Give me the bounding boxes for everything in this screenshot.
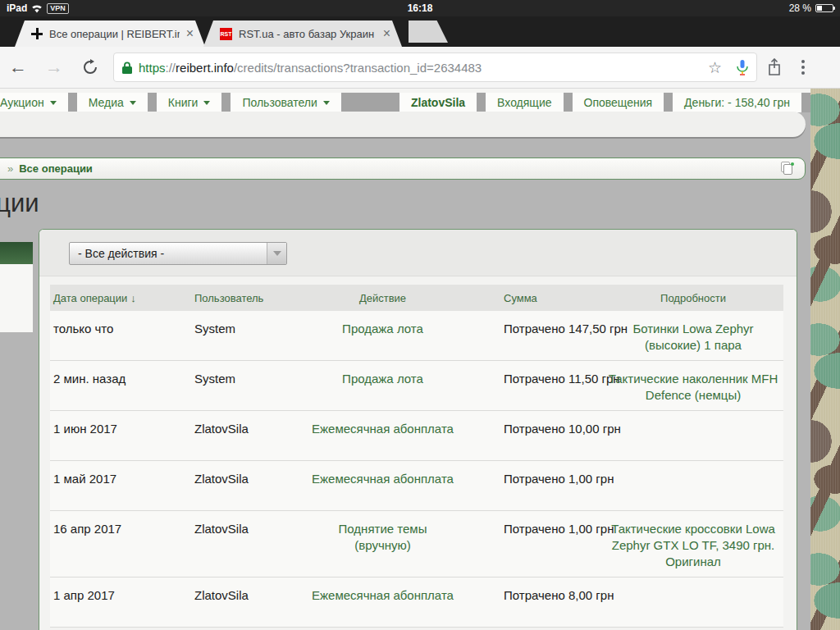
cell-action[interactable]: Поднятие темы (вручную) [311,511,454,570]
web-page: Аукцион Медиа Книги Пользователи ZlatovS… [0,89,810,630]
cell-user: ZlatovSila [191,411,311,454]
browser-tab-background[interactable]: RST RST.ua - авто базар Украин × [203,21,402,47]
breadcrumb-separator: » [7,162,13,175]
table-row: 1 май 2017ZlatovSilaЕжемесячная абонплат… [50,461,783,511]
cell-amount: Потрачено 11,50 грн [454,361,606,404]
breadcrumb-label[interactable]: Все операции [19,162,93,175]
lock-icon [122,62,132,74]
site-navigation: Аукцион Медиа Книги Пользователи ZlatovS… [0,93,810,112]
share-icon[interactable] [767,58,782,76]
cell-user: ZlatovSila [191,578,311,620]
cell-user: ZlatovSila [191,511,311,570]
filter-area: - Все действия - [39,230,797,276]
cell-date: 1 июн 2017 [50,411,191,454]
clock: 16:18 [0,2,840,14]
cell-details[interactable]: Ботинки Lowa Zephyr (высокие) 1 пара [606,311,783,354]
col-header-action[interactable]: Действие [311,292,454,304]
nav-item-books[interactable]: Книги [157,93,222,112]
cell-date: 2 мин. назад [50,361,191,404]
cell-user: ZlatovSila [191,461,311,504]
cell-date: только что [50,311,191,354]
nav-item-alerts[interactable]: Оповещения [573,93,664,112]
sidebar-fragment-header [0,242,33,264]
tab-title: RST.ua - авто базар Украин [239,28,374,40]
close-icon[interactable]: × [186,27,194,40]
col-header-details[interactable]: Подробности [606,292,783,304]
sidebar-fragment-body [0,264,33,332]
cell-action[interactable]: Ежемесячная абонплата [311,411,454,454]
forward-icon: → [36,57,72,78]
cell-details[interactable]: Тактические наколенник MFH Defence (немц… [606,361,783,404]
cell-date: 1 апр 2017 [50,578,191,620]
browser-tab-active[interactable]: Все операции | REIBERT.inf × [15,21,205,47]
table-row: 16 апр 2017ZlatovSilaПоднятие темы (вруч… [50,511,783,578]
address-bar[interactable]: https://reibert.info/credits/transaction… [113,52,757,82]
cell-action[interactable]: Ежемесячная абонплата [311,578,454,620]
tab-stub[interactable] [409,21,448,43]
breadcrumb: » Все операции [0,158,806,180]
col-header-user[interactable]: Пользователь [191,292,311,304]
battery-percent: 28 % [789,2,811,14]
close-icon[interactable]: × [383,27,390,40]
table-row: 2 мин. назадSystemПродажа лотаПотрачено … [50,361,783,411]
nav-item-inbox[interactable]: Входящие [486,93,563,112]
cell-details [606,411,783,454]
cell-action[interactable]: Продажа лота [311,361,454,404]
chevron-down-icon [50,101,57,105]
action-filter-select[interactable]: - Все действия - [69,242,287,265]
transactions-panel: - Все действия - Дата операции↓ Пользова… [39,229,797,630]
rst-icon: RST [220,28,232,40]
select-dropdown-button[interactable] [267,243,286,264]
chevron-down-icon [323,101,330,105]
reload-icon[interactable] [72,59,108,75]
cell-date: 16 апр 2017 [50,511,191,570]
table-row: 1 июн 2017ZlatovSilaЕжемесячная абонплат… [50,411,783,461]
col-header-amount[interactable]: Сумма [454,292,606,304]
table-header-row: Дата операции↓ Пользователь Действие Сум… [50,285,783,311]
nav-item-username[interactable]: ZlatovSila [399,93,477,112]
secondary-nav-bar [0,112,806,137]
copy-page-icon[interactable] [781,162,793,176]
chevron-down-icon [203,101,210,105]
nav-item-media[interactable]: Медиа [77,93,148,112]
cell-amount: Потрачено 8,00 грн [454,578,606,620]
browser-tab-strip: Все операции | REIBERT.inf × RST RST.ua … [0,16,840,47]
cell-user: System [191,361,311,404]
cell-amount: Потрачено 10,00 грн [454,411,606,454]
sort-desc-icon: ↓ [130,292,136,304]
nav-item-money[interactable]: Деньги: - 158,40 грн [673,93,801,112]
cell-amount: Потрачено 1,00 грн [454,511,606,570]
nav-item-users[interactable]: Пользователи [231,93,340,112]
cell-action[interactable]: Продажа лота [311,311,454,354]
page-title: ации [0,189,39,218]
back-icon[interactable]: ← [0,57,36,78]
col-header-date[interactable]: Дата операции↓ [50,292,191,304]
cell-date: 1 май 2017 [50,461,191,504]
camouflage-background [810,89,840,630]
iron-cross-icon [31,28,43,39]
chevron-down-icon [130,101,136,105]
transactions-table: Дата операции↓ Пользователь Действие Сум… [50,285,783,628]
nav-gap [350,93,399,112]
menu-overflow-icon[interactable] [790,60,816,75]
nav-item-auction[interactable]: Аукцион [0,93,68,112]
cell-amount: Потрачено 1,00 грн [454,461,606,504]
status-bar: iPad VPN 16:18 28 % [0,0,840,16]
chevron-down-icon [273,251,281,256]
cell-details [606,578,783,620]
tab-title: Все операции | REIBERT.inf [49,28,180,40]
url-text: https://reibert.info/credits/transaction… [139,61,700,75]
cell-details[interactable]: Тактические кроссовки Lowa Zephyr GTX LO… [606,511,783,570]
bookmark-star-icon[interactable]: ☆ [708,60,722,75]
table-row: 1 апр 2017ZlatovSilaЕжемесячная абонплат… [50,578,783,628]
browser-toolbar: ← → https://reibert.info/credits/transac… [0,47,840,89]
cell-details [606,461,783,504]
select-value: - Все действия - [70,247,267,260]
cell-amount: Потрачено 147,50 грн [454,311,606,354]
cell-action[interactable]: Ежемесячная абонплата [311,461,454,504]
voice-search-icon[interactable] [737,60,748,75]
table-row: только чтоSystemПродажа лотаПотрачено 14… [50,311,783,361]
cell-user: System [191,311,311,354]
table-body: только чтоSystemПродажа лотаПотрачено 14… [50,311,783,628]
battery-icon [815,4,833,12]
